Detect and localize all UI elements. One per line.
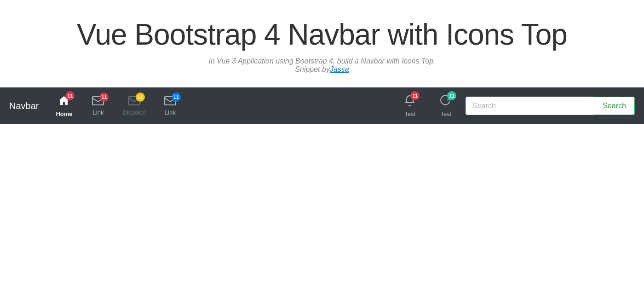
navbar-brand[interactable]: Navbar bbox=[9, 101, 39, 111]
link2-badge: 11 bbox=[172, 92, 181, 102]
search-group: Search bbox=[466, 97, 635, 115]
test1-icon-wrap: 11 bbox=[405, 95, 415, 109]
navbar-nav: 11 Home 11 Link 11 bbox=[48, 92, 394, 120]
nav-item-disabled: 11 Disabled bbox=[116, 93, 152, 119]
link1-label: Link bbox=[93, 109, 104, 116]
author-link[interactable]: Jassa bbox=[330, 65, 349, 73]
page-title: Vue Bootstrap 4 Navbar with Icons Top bbox=[9, 18, 635, 51]
test2-badge: 11 bbox=[447, 91, 456, 100]
link1-badge: 11 bbox=[99, 92, 109, 102]
home-icon-wrap: 11 bbox=[58, 95, 70, 109]
link1-icon-wrap: 11 bbox=[92, 96, 104, 107]
test2-label: Test bbox=[440, 110, 451, 117]
navbar-right: 11 Test 11 Test Search bbox=[394, 92, 635, 120]
search-input[interactable] bbox=[466, 97, 594, 115]
nav-item-link1[interactable]: 11 Link bbox=[82, 93, 114, 119]
test1-label: Test bbox=[404, 110, 415, 117]
disabled-icon-wrap: 11 bbox=[128, 96, 140, 107]
nav-item-home[interactable]: 11 Home bbox=[48, 92, 80, 120]
home-label: Home bbox=[56, 110, 72, 117]
nav-item-test2[interactable]: 11 Test bbox=[430, 92, 462, 120]
disabled-badge: 11 bbox=[136, 92, 145, 102]
link2-icon-wrap: 11 bbox=[164, 96, 176, 107]
disabled-label: Disabled bbox=[122, 109, 146, 116]
search-button[interactable]: Search bbox=[594, 97, 635, 115]
page-subtitle: In Vue 3 Application using Bootstrap 4, … bbox=[9, 57, 635, 74]
nav-item-test1[interactable]: 11 Test bbox=[394, 92, 426, 120]
home-badge: 11 bbox=[65, 91, 75, 100]
test1-badge: 11 bbox=[410, 91, 420, 100]
nav-item-link2[interactable]: 11 Link bbox=[154, 93, 186, 119]
page-header: Vue Bootstrap 4 Navbar with Icons Top In… bbox=[0, 0, 644, 87]
test2-icon-wrap: 11 bbox=[440, 95, 452, 109]
link2-label: Link bbox=[165, 109, 176, 116]
navbar: Navbar 11 Home 11 Link bbox=[0, 87, 644, 124]
